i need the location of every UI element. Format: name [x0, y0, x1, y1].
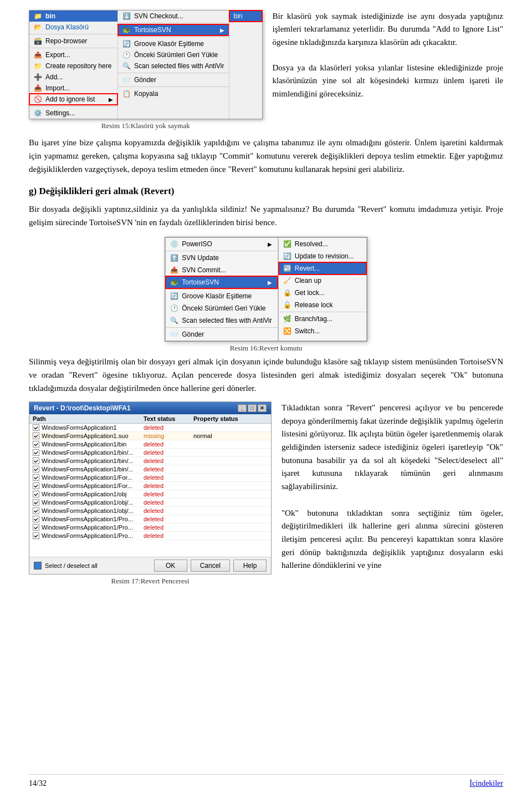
table-row: WindowsFormsApplication1/bin/... deleted [29, 449, 271, 457]
revert-menu-screenshot: 💿 PowerISO ▶ ⬆️ SVN Update 📤 SVN Commit.… [165, 237, 367, 342]
import-icon: 📥 [34, 84, 42, 92]
top-left-image-area: 📁 bin 📂 Dosya Klasörü 🗃️ Repo-browser [29, 10, 263, 130]
row-checkbox[interactable] [33, 524, 39, 531]
row-checkbox[interactable] [33, 424, 39, 431]
row-checkbox[interactable] [33, 516, 39, 522]
update-rev-icon: 🔄 [283, 252, 291, 260]
tortoise-icon-2: 🐢 [170, 278, 178, 286]
scan-icon-2: 🔍 [170, 317, 178, 324]
submenu-bin: bin [229, 11, 262, 119]
page-number: 14/32 [29, 779, 47, 788]
minimize-button[interactable]: _ [238, 404, 247, 412]
poweriso-icon: 💿 [170, 240, 178, 248]
menu-item-add: ➕ Add... [29, 72, 117, 83]
settings-icon: ⚙️ [34, 109, 42, 117]
sep-rv1 [166, 251, 278, 251]
revert-right-resolved: ✅ Resolved... [279, 238, 366, 250]
oldver-icon: 🕐 [122, 51, 131, 59]
revert-menu-item-svnupdate: ⬆️ SVN Update [166, 252, 278, 264]
bottom-right-para-2: "Ok" butonuna tıkladıktan sonra seçtiğin… [282, 507, 503, 572]
row-checkbox[interactable] [33, 433, 39, 439]
table-row: WindowsFormsApplication1/obj deleted [29, 490, 271, 499]
select-deselect-label: Select / deselect all [45, 562, 98, 569]
revert-menu-item-oldver2: 🕐 Önceki Sürümleri Geri Yükle [166, 302, 278, 314]
menu-item-export: 📤 Export... [29, 49, 117, 60]
row-checkbox[interactable] [33, 466, 39, 472]
toc-link[interactable]: İçindekiler [469, 779, 503, 788]
bottom-right-para-1: Tıkladıktan sonra "Revert" penceresi açı… [282, 401, 503, 494]
file-text-status: deleted [144, 449, 193, 456]
revert-menu-item-tortoise: 🐢 TortoiseSVN ▶ [166, 276, 278, 288]
submenu-bin-item: bin [229, 11, 262, 22]
menu-separator-r1 [118, 23, 229, 23]
menu-separator-r3 [118, 73, 229, 73]
row-checkbox[interactable] [33, 507, 39, 514]
folder-icon-2: 📂 [34, 23, 42, 31]
send-icon-2: 📨 [170, 331, 178, 338]
bottom-right-text: Tıkladıktan sonra "Revert" penceresi açı… [282, 401, 503, 586]
cancel-button[interactable]: Cancel [191, 560, 230, 572]
col-prop-status: Property status [193, 415, 249, 422]
row-checkbox[interactable] [33, 449, 39, 456]
row-checkbox[interactable] [33, 491, 39, 497]
revert-menu-right: ✅ Resolved... 🔄 Update to revision... ↩️… [278, 237, 367, 341]
release-icon: 🔓 [283, 301, 291, 309]
revert-right-getlock: 🔒 Get lock... [279, 287, 366, 299]
revert-menu-item-scan2: 🔍 Scan selected files with AntiVir [166, 314, 278, 327]
revert-right-cleanup: 🧹 Clean up [279, 275, 366, 287]
section-g-para-1: Bir dosyada değişikli yaptınız,sildiniz … [29, 202, 503, 229]
copy-icon: 📋 [122, 90, 131, 98]
revert-menu-item-poweriso: 💿 PowerISO ▶ [166, 238, 278, 250]
tortoise-icon: 🐢 [122, 26, 131, 34]
poweriso-arrow: ▶ [268, 241, 272, 247]
menu-item-svn-checkout: ⬇️ SVN Checkout... [118, 11, 229, 22]
table-row: WindowsFormsApplication1/obj/... deleted [29, 499, 271, 507]
menu-item-settings: ⚙️ Settings... [29, 108, 117, 119]
menu-item-oldver: 🕐 Önceki Sürümleri Geri Yükle [118, 49, 229, 60]
dialog-footer: Select / deselect all OK Cancel Help [29, 557, 271, 574]
select-deselect-checkbox[interactable] [34, 562, 42, 570]
cleanup-icon: 🧹 [283, 277, 291, 284]
file-text-status: missing [144, 433, 193, 439]
table-row: WindowsFormsApplication1/Pro... deleted [29, 523, 271, 532]
table-row: WindowsFormsApplication1/For... deleted [29, 474, 271, 482]
bottom-split: Revert - D:\root\Desktop\WFA1 _ □ ✕ Path… [29, 401, 503, 586]
close-button[interactable]: ✕ [258, 404, 267, 412]
row-checkbox[interactable] [33, 499, 39, 506]
revert-right-switch: 🔀 Switch... [279, 325, 366, 337]
menu-item-gonder: 📨 Gönder [118, 74, 229, 85]
ok-button[interactable]: OK [154, 560, 187, 572]
svn-commit-icon: 📤 [170, 266, 178, 274]
scan-icon: 🔍 [122, 62, 131, 70]
file-table-body: WindowsFormsApplication1 deleted Windows… [29, 424, 271, 557]
menu-item-create: 📁 Create repository here [29, 60, 117, 72]
revert-dialog: Revert - D:\root\Desktop\WFA1 _ □ ✕ Path… [29, 401, 272, 575]
file-text-status: deleted [144, 507, 193, 514]
table-row: WindowsFormsApplication1/Pro... deleted [29, 515, 271, 523]
row-checkbox[interactable] [33, 458, 39, 464]
menu-separator-2 [29, 48, 117, 48]
page-footer: 14/32 İçindekiler [29, 774, 503, 788]
menu-separator-r4 [118, 87, 229, 87]
revert-menu-left: 💿 PowerISO ▶ ⬆️ SVN Update 📤 SVN Commit.… [165, 237, 278, 341]
switch-icon: 🔀 [283, 327, 291, 335]
image-caption-17: Resim 17:Revert Penceresi [29, 577, 272, 586]
arrow-icon: ▶ [109, 96, 113, 103]
help-button[interactable]: Help [233, 560, 267, 572]
dialog-title: Revert - D:\root\Desktop\WFA1 [34, 404, 131, 412]
revert-right-release: 🔓 Release lock [279, 299, 366, 311]
row-checkbox[interactable] [33, 482, 39, 489]
menu-separator-1 [29, 34, 117, 34]
revert-icon: ↩️ [283, 265, 291, 272]
row-checkbox[interactable] [33, 441, 39, 448]
menu-item-dosya-klasoru: 📂 Dosya Klasörü [29, 22, 117, 33]
table-row: WindowsFormsApplication1/For... deleted [29, 482, 271, 490]
row-checkbox[interactable] [33, 532, 39, 539]
maximize-button[interactable]: □ [248, 404, 257, 412]
create-icon: 📁 [34, 62, 42, 70]
menu-item-import: 📥 Import... [29, 83, 117, 94]
file-text-status: deleted [144, 499, 193, 506]
file-text-status: deleted [144, 516, 193, 522]
row-checkbox[interactable] [33, 474, 39, 481]
file-text-status: deleted [144, 474, 193, 481]
